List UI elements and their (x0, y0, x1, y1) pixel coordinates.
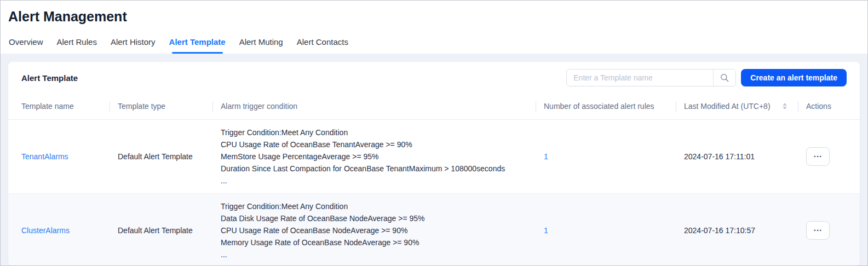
table-row-tenant-alarms: TenantAlarms Default Alert Template Trig… (8, 119, 860, 193)
condition-line: CPU Usage Rate of OceanBase NodeAverage … (221, 224, 531, 236)
col-label: Alarm trigger condition (221, 102, 297, 111)
row-actions-button[interactable]: ... (806, 147, 830, 166)
row-actions-button[interactable]: ... (806, 221, 830, 240)
associated-rules-cell: 1 (536, 193, 676, 266)
search-button[interactable] (713, 70, 735, 86)
trigger-condition-cell: Trigger Condition:Meet Any Condition Dat… (212, 193, 536, 266)
condition-line: CPU Usage Rate of OceanBase TenantAverag… (221, 138, 531, 151)
condition-line: MemStore Usage PercentageAverage >= 95% (221, 151, 531, 163)
ellipsis-icon: ... (814, 152, 823, 157)
alert-template-panel: Alert Template Cre (8, 62, 860, 266)
col-last-modified: Last Modified At (UTC+8) (676, 94, 798, 119)
table-header-row: Template name Template type Alarm trigge… (8, 94, 860, 119)
ellipsis-icon: ... (814, 225, 823, 231)
actions-cell: ... (798, 119, 860, 193)
associated-rules-cell: 1 (536, 119, 676, 193)
table-row-cluster-alarms: ClusterAlarms Default Alert Template Tri… (8, 193, 860, 266)
col-label: Template type (118, 102, 165, 111)
tab-alert-history[interactable]: Alert History (110, 37, 156, 54)
caret-up-down-icon[interactable] (783, 103, 787, 109)
associated-rules-link[interactable]: 1 (544, 152, 548, 161)
page-header: Alert Management Overview Alert Rules Al… (1, 1, 867, 54)
col-template-type: Template type (110, 94, 212, 119)
condition-line: Duration Since Last Compaction for Ocean… (221, 163, 531, 175)
trigger-condition-cell: Trigger Condition:Meet Any Condition CPU… (212, 119, 536, 193)
tab-alert-rules[interactable]: Alert Rules (56, 37, 97, 54)
tab-alert-template[interactable]: Alert Template (169, 37, 226, 54)
search-input[interactable] (567, 70, 713, 86)
alert-management-page: Alert Management Overview Alert Rules Al… (0, 0, 868, 266)
condition-line: Data Disk Usage Rate of OceanBase NodeAv… (221, 212, 531, 224)
col-actions: Actions (798, 94, 860, 119)
tab-bar: Overview Alert Rules Alert History Alert… (8, 37, 349, 54)
page-title: Alert Management (8, 8, 127, 25)
col-associated-rules: Number of associated alert rules (536, 94, 676, 119)
last-modified-cell: 2024-07-16 17:11:01 (676, 119, 798, 193)
tab-alert-contacts[interactable]: Alert Contacts (296, 37, 349, 54)
condition-line: Memory Usage Rate of OceanBase NodeAvera… (221, 236, 531, 248)
col-label: Template name (21, 102, 74, 111)
template-name-link[interactable]: ClusterAlarms (21, 226, 70, 235)
col-label: Actions (806, 102, 831, 111)
panel-toolbar: Create an alert template (566, 69, 847, 86)
condition-line: Trigger Condition:Meet Any Condition (221, 126, 531, 138)
page-content: Alert Template Cre (1, 54, 867, 266)
tab-alert-muting[interactable]: Alert Muting (239, 37, 284, 54)
condition-line: ... (221, 175, 531, 187)
actions-cell: ... (798, 193, 860, 266)
col-trigger-condition: Alarm trigger condition (212, 94, 536, 119)
col-label: Last Modified At (UTC+8) (684, 102, 771, 111)
panel-title: Alert Template (21, 73, 78, 83)
col-label: Number of associated alert rules (544, 102, 654, 111)
alert-template-table: Template name Template type Alarm trigge… (8, 94, 860, 266)
last-modified-cell: 2024-07-16 17:10:57 (676, 193, 798, 266)
template-name-cell: TenantAlarms (8, 119, 110, 193)
associated-rules-link[interactable]: 1 (544, 226, 548, 235)
panel-header: Alert Template Cre (8, 62, 860, 94)
search-icon (720, 73, 729, 82)
tab-overview[interactable]: Overview (8, 37, 44, 54)
template-search (566, 69, 736, 86)
template-name-cell: ClusterAlarms (8, 193, 110, 266)
template-type-cell: Default Alert Template (110, 193, 212, 266)
condition-line: ... (221, 248, 531, 261)
template-type-cell: Default Alert Template (110, 119, 212, 193)
create-alert-template-button[interactable]: Create an alert template (741, 69, 847, 86)
condition-line: Trigger Condition:Meet Any Condition (221, 200, 531, 212)
template-name-link[interactable]: TenantAlarms (21, 152, 68, 161)
col-template-name: Template name (8, 94, 110, 119)
